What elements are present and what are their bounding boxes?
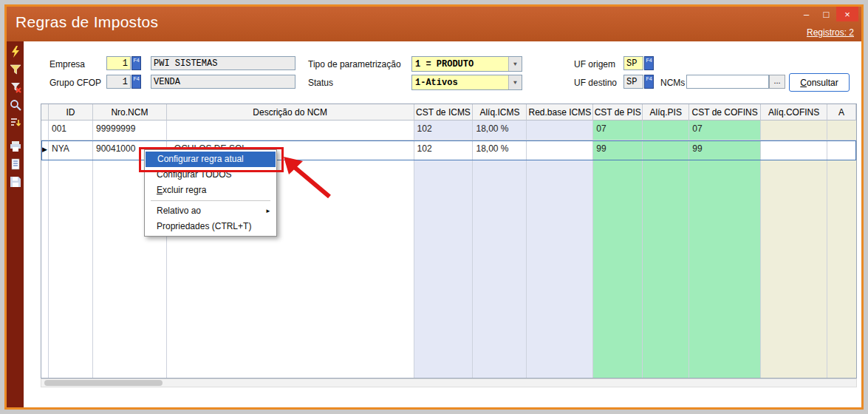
menu-item-relativo-ao[interactable]: Relativo ao►	[145, 203, 276, 219]
submenu-arrow-icon: ►	[265, 203, 271, 219]
cell-cst-pis[interactable]: 99	[593, 140, 643, 160]
ncms-label: NCMs	[660, 78, 685, 88]
rules-grid: ID Nro.NCM Descrição do NCM CST de ICMS …	[41, 104, 857, 379]
cell-aliq-icms[interactable]: 18,00 %	[473, 121, 527, 140]
app-window: Regras de Impostos – □ × Registros: 2 Em…	[4, 4, 864, 410]
scrollbar-thumb[interactable]	[44, 380, 163, 386]
empresa-label: Empresa	[49, 59, 85, 69]
column-header-cst-pis[interactable]: CST de PIS	[593, 104, 643, 121]
chevron-down-icon[interactable]: ▼	[508, 57, 522, 71]
maximize-button[interactable]: □	[816, 7, 836, 21]
filler-cell	[473, 160, 527, 378]
ncms-input[interactable]	[686, 75, 769, 89]
column-header-ncm[interactable]: Nro.NCM	[93, 104, 167, 121]
minimize-button[interactable]: –	[796, 7, 816, 21]
cell-red-base-icms[interactable]	[527, 140, 593, 160]
cell-a[interactable]	[827, 140, 856, 160]
grid-header-row: ID Nro.NCM Descrição do NCM CST de ICMS …	[41, 104, 856, 121]
menu-item-excluir-regra[interactable]: Excluir regra	[145, 183, 276, 198]
clear-filter-button[interactable]	[8, 81, 22, 95]
column-header-cst-icms[interactable]: CST de ICMS	[414, 104, 474, 121]
report-button[interactable]	[8, 158, 22, 172]
filler-cell	[593, 160, 643, 378]
save-button[interactable]	[8, 176, 22, 190]
filler-cell	[41, 160, 49, 378]
menu-item-propriedades[interactable]: Propriedades (CTRL+T)	[145, 219, 276, 234]
horizontal-scrollbar[interactable]	[41, 379, 857, 387]
report-icon	[10, 158, 21, 173]
row-indicator-cell	[41, 121, 49, 140]
cell-aliq-pis[interactable]	[643, 140, 689, 160]
menu-separator	[151, 200, 270, 201]
cell-cst-icms[interactable]: 102	[414, 121, 474, 140]
close-button[interactable]: ×	[836, 7, 858, 21]
tipo-parametrizacao-combo[interactable]: 1 = PRODUTO ▼	[411, 56, 522, 72]
empresa-name-field: PWI SISTEMAS	[151, 56, 295, 70]
cell-id[interactable]: NYA	[49, 140, 93, 160]
empresa-f4-button[interactable]: F4	[131, 56, 141, 70]
cell-cst-pis[interactable]: 07	[593, 121, 643, 140]
table-row[interactable]: 001 99999999 102 18,00 % 07 07	[41, 121, 856, 140]
filler-cell	[689, 160, 761, 378]
clear-filter-icon	[10, 81, 21, 96]
consultar-button[interactable]: Consultar	[789, 73, 850, 92]
registros-link[interactable]: Registros: 2	[807, 27, 854, 38]
print-icon	[10, 140, 21, 155]
filler-cell	[761, 160, 827, 378]
tipo-parametrizacao-label: Tipo de parametrização	[308, 59, 401, 69]
uf-destino-field[interactable]: SP	[623, 75, 643, 89]
menu-item-label: Relativo ao	[157, 206, 201, 216]
annotation-arrow	[281, 154, 338, 201]
cell-aliq-icms[interactable]: 18,00 %	[473, 140, 527, 160]
cell-aliq-cofins[interactable]	[761, 121, 827, 140]
cell-cst-icms[interactable]: 102	[414, 140, 474, 160]
grupo-cfop-code-field[interactable]: 1	[106, 75, 131, 89]
save-icon	[10, 176, 21, 191]
empresa-code-field[interactable]: 1	[106, 56, 131, 70]
cell-descricao[interactable]	[167, 121, 414, 140]
column-header-cst-cofins[interactable]: CST de COFINS	[689, 104, 761, 121]
filler-cell	[414, 160, 474, 378]
sort-button[interactable]	[8, 117, 22, 131]
filler-cell	[49, 160, 93, 378]
column-header-red-base-icms[interactable]: Red.base ICMS	[527, 104, 593, 121]
uf-origem-field[interactable]: SP	[623, 56, 643, 70]
window-controls: – □ ×	[796, 7, 858, 21]
column-header-aliq-pis[interactable]: Alíq.PIS	[643, 104, 689, 121]
cell-ncm[interactable]: 99999999	[93, 121, 167, 140]
main-content: Empresa 1 F4 PWI SISTEMAS Tipo de parame…	[24, 41, 861, 407]
column-header-aliq-icms[interactable]: Alíq.ICMS	[473, 104, 527, 121]
chevron-down-icon[interactable]: ▼	[508, 75, 522, 89]
filter-button[interactable]	[8, 64, 22, 78]
sort-icon	[10, 117, 21, 132]
cell-id[interactable]: 001	[49, 121, 93, 140]
zoom-button[interactable]	[8, 99, 22, 113]
grupo-cfop-f4-button[interactable]: F4	[131, 75, 141, 89]
column-header-descricao[interactable]: Descrição do NCM	[167, 104, 414, 121]
refresh-button[interactable]	[8, 46, 22, 60]
uf-origem-f4-button[interactable]: F4	[644, 56, 654, 70]
column-header-id[interactable]: ID	[49, 104, 93, 121]
cell-aliq-pis[interactable]	[643, 121, 689, 140]
consultar-label: Consultar	[800, 78, 838, 88]
cell-aliq-cofins[interactable]	[761, 140, 827, 160]
filler-cell	[827, 160, 856, 378]
grupo-cfop-name-field: VENDA	[151, 75, 295, 89]
grupo-cfop-label: Grupo CFOP	[49, 78, 101, 88]
zoom-icon	[10, 99, 21, 114]
uf-destino-label: UF destino	[574, 78, 617, 88]
column-header-a[interactable]: A	[827, 104, 856, 121]
print-button[interactable]	[8, 140, 22, 155]
cell-cst-cofins[interactable]: 07	[689, 121, 761, 140]
uf-destino-f4-button[interactable]: F4	[644, 75, 654, 89]
cell-cst-cofins[interactable]: 99	[689, 140, 761, 160]
indicator-column-header	[41, 104, 49, 121]
column-header-aliq-cofins[interactable]: Alíq.COFINS	[761, 104, 827, 121]
ncms-browse-button[interactable]: ...	[769, 75, 785, 89]
filler-cell	[643, 160, 689, 378]
titlebar: Regras de Impostos – □ × Registros: 2	[7, 7, 861, 41]
status-combo[interactable]: 1-Ativos ▼	[411, 75, 522, 90]
cell-a[interactable]	[827, 121, 856, 140]
row-indicator: ▶	[41, 140, 49, 160]
cell-red-base-icms[interactable]	[527, 121, 593, 140]
